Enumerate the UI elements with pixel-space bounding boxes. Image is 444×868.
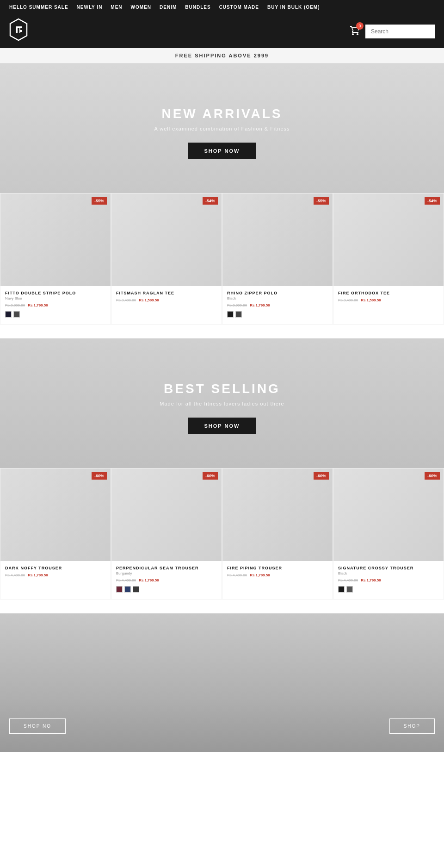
product-image: -54% xyxy=(333,194,444,286)
best-selling-grid: -60% DARK NOFFY TROUSER Rs.4,400.00 Rs.1… xyxy=(0,468,444,599)
color-swatch[interactable] xyxy=(346,586,353,593)
product-prices: Rs.3,000.00 Rs.1,799.50 xyxy=(5,303,106,307)
discount-badge: -55% xyxy=(314,197,329,205)
product-card[interactable]: -54% FIRE ORTHODOX TEE Rs.3,400.00 Rs.1,… xyxy=(333,193,444,325)
product-info: FIRE PIPING TROUSER Rs.4,400.00 Rs.1,799… xyxy=(222,561,333,587)
product-prices: Rs.4,400.00 Rs.1,799.50 xyxy=(227,573,328,577)
product-prices: Rs.3,999.00 Rs.1,799.50 xyxy=(227,303,328,307)
discount-badge: -60% xyxy=(92,472,107,480)
nav-summer-sale[interactable]: HELLO SUMMER SALE xyxy=(9,5,68,10)
color-swatch[interactable] xyxy=(133,586,139,593)
new-arrivals-hero: NEW ARRIVALS A well examined combination… xyxy=(0,63,444,193)
original-price: Rs.3,000.00 xyxy=(5,303,25,307)
cart-button[interactable]: 0 xyxy=(350,25,361,38)
best-selling-shop-now[interactable]: SHOP NOW xyxy=(188,418,257,434)
original-price: Rs.4,400.00 xyxy=(338,578,358,582)
color-swatches xyxy=(227,311,328,318)
shipping-banner: FREE SHIPPING ABOVE 2999 xyxy=(0,48,444,63)
product-variant: Black xyxy=(338,571,439,575)
best-selling-title: BEST SELLING xyxy=(164,381,280,396)
nav-denim[interactable]: DENIM xyxy=(160,5,177,10)
search-input[interactable] xyxy=(365,25,435,38)
nav-bundles[interactable]: BUNDLES xyxy=(185,5,210,10)
new-arrivals-shop-now[interactable]: SHOP NOW xyxy=(188,143,257,159)
product-image: -54% xyxy=(111,194,222,286)
header-right: 0 xyxy=(350,25,435,38)
product-card[interactable]: -55% FITTO DOUBLE STRIPE POLO Navy Blue … xyxy=(0,193,111,325)
product-card[interactable]: -60% PERPENDICULAR SEAM TROUSER Burgundy… xyxy=(111,468,222,599)
product-name: SIGNATURE CROSSY TROUSER xyxy=(338,566,439,570)
original-price: Rs.3,400.00 xyxy=(338,298,358,302)
product-info: PERPENDICULAR SEAM TROUSER Burgundy Rs.4… xyxy=(111,561,222,599)
sale-price: Rs.1,799.50 xyxy=(250,303,270,307)
product-name: FIRE PIPING TROUSER xyxy=(227,566,328,570)
discount-badge: -55% xyxy=(92,197,107,205)
top-nav: HELLO SUMMER SALE NEWLY IN MEN WOMEN DEN… xyxy=(0,0,444,14)
color-swatches xyxy=(5,311,106,318)
product-name: DARK NOFFY TROUSER xyxy=(5,566,106,570)
nav-custom-made[interactable]: CUSTOM MADE xyxy=(219,5,259,10)
product-name: PERPENDICULAR SEAM TROUSER xyxy=(116,566,217,570)
product-image: -55% xyxy=(0,194,111,286)
new-arrivals-products: -55% FITTO DOUBLE STRIPE POLO Navy Blue … xyxy=(0,193,444,338)
product-info: RHINO ZIPPER POLO Black Rs.3,999.00 Rs.1… xyxy=(222,286,333,324)
original-price: Rs.3,400.00 xyxy=(116,298,136,302)
color-swatch[interactable] xyxy=(124,586,131,593)
sale-price: Rs.1,799.50 xyxy=(28,573,48,577)
product-variant: Navy Blue xyxy=(5,296,106,300)
sale-price: Rs.1,799.50 xyxy=(361,578,381,582)
product-image: -60% xyxy=(333,468,444,561)
product-info: FIRE ORTHODOX TEE Rs.3,400.00 Rs.1,599.5… xyxy=(333,286,444,312)
color-swatch[interactable] xyxy=(235,311,242,318)
color-swatch[interactable] xyxy=(227,311,234,318)
nav-newly-in[interactable]: NEWLY IN xyxy=(77,5,103,10)
cart-count: 0 xyxy=(356,22,364,30)
product-name: FIRE ORTHODOX TEE xyxy=(338,291,439,295)
product-image: -60% xyxy=(111,468,222,561)
product-prices: Rs.3,400.00 Rs.1,599.50 xyxy=(338,298,439,302)
nav-men[interactable]: MEN xyxy=(111,5,122,10)
nav-women[interactable]: WOMEN xyxy=(131,5,151,10)
discount-badge: -54% xyxy=(425,197,440,205)
site-header: 0 xyxy=(0,14,444,48)
product-image: -60% xyxy=(222,468,333,561)
product-info: SIGNATURE CROSSY TROUSER Black Rs.4,400.… xyxy=(333,561,444,599)
product-variant: Burgundy xyxy=(116,571,217,575)
product-card[interactable]: -60% SIGNATURE CROSSY TROUSER Black Rs.4… xyxy=(333,468,444,599)
product-prices: Rs.3,400.00 Rs.1,599.50 xyxy=(116,298,217,302)
product-card[interactable]: -60% DARK NOFFY TROUSER Rs.4,400.00 Rs.1… xyxy=(0,468,111,599)
product-image: -60% xyxy=(0,468,111,561)
best-selling-subtitle: Made for all the fitness lovers ladies o… xyxy=(160,401,284,406)
original-price: Rs.4,400.00 xyxy=(116,578,136,582)
new-arrivals-grid: -55% FITTO DOUBLE STRIPE POLO Navy Blue … xyxy=(0,193,444,325)
product-prices: Rs.4,400.00 Rs.1,799.50 xyxy=(338,578,439,582)
color-swatch[interactable] xyxy=(13,311,20,318)
product-variant: Black xyxy=(227,296,328,300)
original-price: Rs.4,400.00 xyxy=(227,573,247,577)
product-info: DARK NOFFY TROUSER Rs.4,400.00 Rs.1,799.… xyxy=(0,561,111,587)
sale-price: Rs.1,799.50 xyxy=(250,573,270,577)
color-swatch[interactable] xyxy=(5,311,12,318)
site-footer: SHOP NO SHOP xyxy=(0,613,444,752)
new-arrivals-title: NEW ARRIVALS xyxy=(161,106,282,121)
color-swatch[interactable] xyxy=(338,586,345,593)
product-card[interactable]: -54% FITSMASH RAGLAN TEE Rs.3,400.00 Rs.… xyxy=(111,193,222,325)
logo xyxy=(9,18,28,44)
footer-shop-button-1[interactable]: SHOP NO xyxy=(9,718,66,734)
sale-price: Rs.1,799.50 xyxy=(139,578,159,582)
color-swatches xyxy=(338,586,439,593)
product-prices: Rs.4,400.00 Rs.1,799.50 xyxy=(116,578,217,582)
new-arrivals-subtitle: A well examined combination of Fashion &… xyxy=(154,126,290,131)
nav-buy-bulk[interactable]: BUY IN BULK (OEM) xyxy=(267,5,320,10)
original-price: Rs.4,400.00 xyxy=(5,573,25,577)
product-card[interactable]: -60% FIRE PIPING TROUSER Rs.4,400.00 Rs.… xyxy=(222,468,333,599)
footer-shop-button-2[interactable]: SHOP xyxy=(389,718,435,734)
product-card[interactable]: -55% RHINO ZIPPER POLO Black Rs.3,999.00… xyxy=(222,193,333,325)
discount-badge: -54% xyxy=(203,197,218,205)
discount-badge: -60% xyxy=(425,472,440,480)
product-name: FITTO DOUBLE STRIPE POLO xyxy=(5,291,106,295)
sale-price: Rs.1,599.50 xyxy=(139,298,159,302)
color-swatch[interactable] xyxy=(116,586,123,593)
nav-links: HELLO SUMMER SALE NEWLY IN MEN WOMEN DEN… xyxy=(9,5,320,10)
color-swatches xyxy=(116,586,217,593)
